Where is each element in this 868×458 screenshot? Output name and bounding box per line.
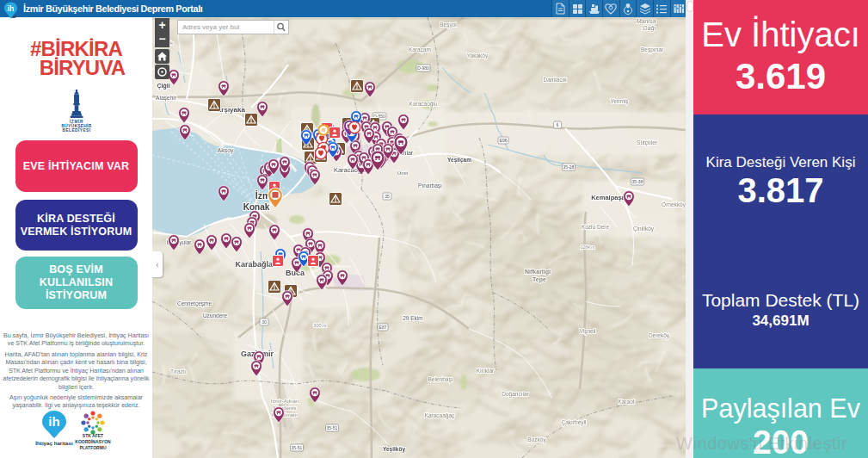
svg-text:D-980: D-980 — [417, 65, 429, 71]
svg-text:35-38: 35-38 — [632, 179, 643, 184]
svg-text:Uzundere: Uzundere — [203, 313, 228, 319]
svg-text:Örnekköy: Örnekköy — [662, 201, 686, 208]
svg-text:Pınarbaşı: Pınarbaşı — [418, 183, 442, 189]
svg-text:Beşpınar: Beşpınar — [641, 46, 664, 53]
svg-text:Damlacık: Damlacık — [543, 77, 567, 83]
svg-text:Nifkarligi: Nifkarligi — [525, 269, 551, 275]
svg-text:Karacaoğlu: Karacaoğlu — [409, 101, 438, 108]
svg-text:Kırıklar: Kırıklar — [477, 368, 495, 374]
svg-text:Çiğli: Çiğli — [157, 83, 169, 90]
svg-text:ih: ih — [48, 414, 59, 429]
svg-text:Aksoy: Aksoy — [217, 147, 234, 154]
svg-text:PLATFORMU: PLATFORMU — [79, 445, 106, 450]
svg-text:Bozköy: Bozköy — [527, 436, 546, 443]
svg-text:30: 30 — [262, 319, 267, 325]
svg-text:Ümit: Ümit — [397, 170, 409, 176]
svg-text:Kemalpaşa: Kemalpaşa — [591, 194, 625, 201]
svg-text:Belenbaşı: Belenbaşı — [428, 376, 453, 383]
svg-text:E87: E87 — [379, 325, 387, 330]
svg-text:6: 6 — [557, 122, 559, 127]
svg-text:BELEDİYESİ: BELEDİYESİ — [62, 127, 90, 133]
svg-text:Yeşilköy: Yeşilköy — [383, 446, 405, 453]
svg-text:Dereköy: Dereköy — [649, 332, 670, 339]
svg-text:Tırazlı: Tırazlı — [170, 368, 186, 374]
svg-text:Beşyol: Beşyol — [440, 22, 457, 28]
svg-text:Yenmiş: Yenmiş — [610, 98, 629, 105]
svg-text:35-51: 35-51 — [292, 445, 303, 450]
svg-text:Sütçüler: Sütçüler — [637, 139, 658, 146]
svg-text:29 Ekim: 29 Ekim — [403, 315, 422, 321]
svg-text:Yakaköy: Yakaköy — [467, 53, 489, 59]
svg-text:İhtiyaç haritası: İhtiyaç haritası — [35, 440, 73, 446]
svg-text:Tepe: Tepe — [532, 276, 546, 283]
svg-text:35-28: 35-28 — [563, 164, 575, 170]
svg-text:Konak: Konak — [243, 202, 270, 212]
svg-text:Ataşehir: Ataşehir — [156, 95, 177, 102]
svg-text:35: 35 — [385, 194, 390, 199]
svg-text:İZMİR: İZMİR — [69, 119, 83, 124]
svg-text:E96: E96 — [500, 138, 508, 143]
svg-text:Karabağlar: Karabağlar — [235, 260, 276, 269]
svg-text:300 m: 300 m — [313, 323, 327, 328]
svg-text:Çiniliköy: Çiniliköy — [633, 226, 655, 232]
svg-text:Yeşilçam: Yeşilçam — [447, 157, 471, 164]
svg-text:Kozlu Dere: Kozlu Dere — [582, 224, 610, 230]
svg-text:Cennetçeşme: Cennetçeşme — [177, 300, 212, 307]
svg-text:Karaot: Karaot — [618, 399, 634, 405]
svg-text:Dağı: Dağı — [643, 25, 656, 32]
svg-text:Doğancılar: Doğancılar — [502, 391, 529, 398]
svg-text:KOORDİNASYON: KOORDİNASYON — [75, 439, 111, 444]
svg-text:ih: ih — [8, 4, 15, 13]
svg-text:1284 m: 1284 m — [581, 244, 595, 250]
svg-text:Karaçam: Karaçam — [409, 46, 431, 53]
svg-text:BÜYÜKŞEHİR: BÜYÜKŞEHİR — [61, 123, 91, 128]
svg-text:Vişneli: Vişneli — [579, 328, 595, 335]
svg-text:İzmir-Adnan: İzmir-Adnan — [271, 399, 299, 404]
svg-text:35-51: 35-51 — [327, 425, 338, 430]
svg-text:Çakırbeyli: Çakırbeyli — [562, 419, 587, 426]
svg-text:STK AFET: STK AFET — [83, 433, 103, 438]
svg-text:Karacaağaç: Karacaağaç — [425, 412, 455, 419]
